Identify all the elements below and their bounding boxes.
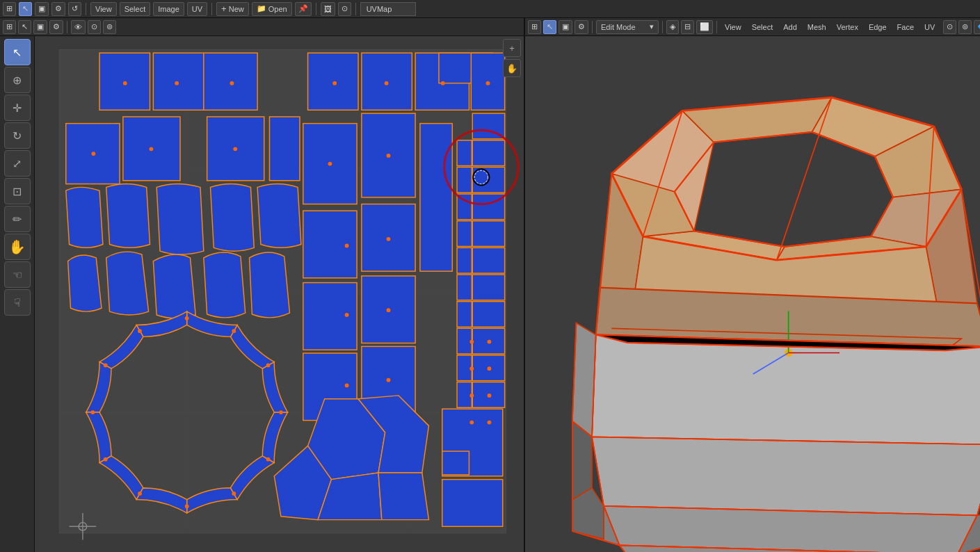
vp-mesh-menu[interactable]: Mesh [803,20,830,34]
uv-editor-toolbar: ⊞ ↖ ▣ ⚙ 👁 ⊙ ⊚ [0,18,524,36]
vp-snap-btn[interactable]: 🔷 [974,20,980,34]
uv-overlay-icon[interactable]: ⊙ [88,20,101,34]
uv-cursor-icon[interactable]: ↖ [18,20,31,34]
zoom-out-btn[interactable]: ✋ [503,59,521,77]
svg-point-73 [150,147,154,151]
mode-icon-btn[interactable]: ⊞ [3,2,16,16]
uv-mode-icon[interactable]: ⊞ [3,20,16,34]
svg-point-54 [232,329,236,333]
zoom-in-btn[interactable]: + [503,39,521,57]
svg-rect-45 [420,124,452,272]
uv-menu-btn[interactable]: UV [187,2,207,16]
svg-point-70 [441,81,445,86]
vp-uv-menu[interactable]: UV [920,20,939,34]
left-toolbar: ↖ ⊕ ✛ ↻ ⤢ ⊡ ✏ ✋ ☜ ☟ [0,36,35,552]
svg-point-68 [332,81,337,86]
tools-btn[interactable]: ⚙ [51,2,65,16]
image-menu-btn[interactable]: Image [153,2,184,16]
vp-sep3 [716,21,717,33]
vp-add-menu[interactable]: Add [779,20,801,34]
right-mini-toolbar: + ✋ [503,39,521,77]
svg-rect-51 [442,480,503,527]
uv-view-icon[interactable]: 👁 [71,20,86,34]
svg-point-71 [486,81,490,86]
uv-viewport: ↖ ⊕ ✛ ↻ ⤢ ⊡ ✏ ✋ ☜ ☟ [0,36,524,552]
svg-point-84 [469,366,474,371]
vp-sep1 [592,21,593,33]
svg-rect-10 [204,53,257,110]
viewport-3d[interactable]: User Perspective (2) Module_low [525,36,980,552]
tool-cursor[interactable]: ⊕ [4,67,31,93]
svg-rect-28 [472,275,504,300]
tool-scale[interactable]: ⤢ [4,150,31,177]
vp-edge-menu[interactable]: Edge [865,20,891,34]
svg-rect-26 [472,221,504,247]
texture-icon-btn[interactable]: 🖼 [321,2,335,16]
svg-point-74 [233,147,237,151]
viewport3d-panel: ⊞ ↖ ▣ ⚙ Edit Mode ▾ ◈ ⊟ ⬜ View Select Ad… [525,18,980,552]
uvmap-label[interactable]: UVMap [360,2,416,16]
tool-rotate[interactable]: ↻ [4,122,31,149]
vp-view-menu[interactable]: View [721,20,746,34]
sep2 [211,3,212,15]
svg-rect-35 [457,302,472,327]
svg-rect-52 [442,451,469,475]
top-bar-left: ⊞ ↖ ▣ ⚙ ↺ View Select Image UV + New 📁 O… [3,2,977,16]
svg-rect-25 [472,194,504,220]
edit-mode-dropdown[interactable]: Edit Mode ▾ [596,20,659,34]
svg-point-61 [104,457,108,462]
svg-point-82 [387,378,391,382]
select-menu-btn[interactable]: Select [120,2,151,16]
svg-rect-19 [269,117,299,181]
svg-point-55 [266,364,271,368]
tool-grab[interactable]: ✋ [4,234,31,260]
svg-point-60 [138,492,142,496]
svg-point-63 [104,364,108,368]
vp-face-icon[interactable]: ⬜ [696,20,713,34]
vp-edge-icon[interactable]: ⊟ [681,20,694,34]
new-btn[interactable]: + New [216,2,249,16]
uv-tools2-icon[interactable]: ⚙ [49,20,63,34]
tool-move[interactable]: ✛ [4,95,31,121]
vp-overlay-btn[interactable]: ⊙ [943,20,956,34]
tool-select[interactable]: ↖ [4,39,31,65]
vp-vertex-icon[interactable]: ◈ [666,20,679,34]
svg-point-58 [232,492,236,496]
uv-gizmo-icon[interactable]: ⊚ [103,20,116,34]
svg-point-72 [91,152,95,156]
sep1 [86,3,86,15]
svg-point-86 [469,421,474,425]
pin-icon-btn[interactable]: 📌 [295,2,312,16]
vp-gizmo-btn[interactable]: ⊚ [958,20,972,34]
vp-box-icon[interactable]: ▣ [559,20,572,34]
tool-pinch[interactable]: ☟ [4,289,31,316]
svg-point-62 [90,410,95,414]
vp-vertex-menu[interactable]: Vertex [833,20,862,34]
svg-rect-37 [457,328,472,354]
vp-mode-icon[interactable]: ⊞ [528,20,541,34]
svg-point-67 [230,81,234,86]
open-btn[interactable]: 📁 Open [252,2,292,16]
svg-rect-39 [457,355,472,381]
vp-select-menu[interactable]: Select [748,20,778,34]
uv-sep1 [67,21,67,33]
svg-point-87 [488,340,492,344]
overlay-uv-btn[interactable]: ⊙ [338,2,351,16]
viewport3d-toolbar: ⊞ ↖ ▣ ⚙ Edit Mode ▾ ◈ ⊟ ⬜ View Select Ad… [525,18,980,36]
vp-face-menu[interactable]: Face [893,20,918,34]
vp-tools-icon[interactable]: ⚙ [575,20,588,34]
svg-rect-36 [472,302,504,327]
uv-box-icon[interactable]: ▣ [33,20,47,34]
sep4 [355,3,356,15]
select-arrow-btn[interactable]: ↖ [19,2,32,16]
loop-btn[interactable]: ↺ [68,2,81,16]
view-menu-btn[interactable]: View [90,2,117,16]
select-box-btn[interactable]: ▣ [35,2,49,16]
tool-transform[interactable]: ⊡ [4,178,31,204]
top-bar: ⊞ ↖ ▣ ⚙ ↺ View Select Image UV + New 📁 O… [0,0,980,18]
tool-relax[interactable]: ☜ [4,261,31,288]
tool-annotate[interactable]: ✏ [4,206,31,232]
uv-svg-canvas [35,36,524,552]
vp-cursor-icon[interactable]: ↖ [543,20,556,34]
3d-viewport-svg [525,36,980,552]
